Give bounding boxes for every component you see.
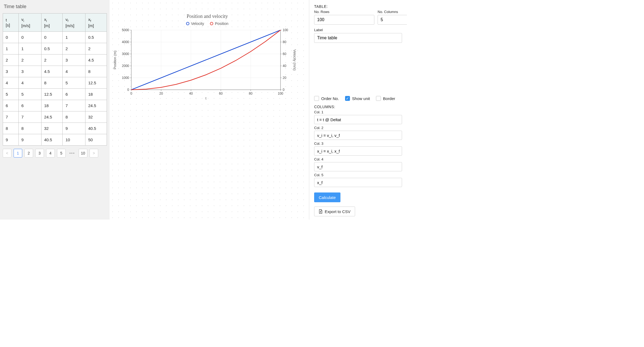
svg-text:60: 60 (283, 52, 286, 56)
table-cell: 6 (3, 100, 19, 111)
table-cell: 2 (3, 54, 19, 66)
col-def-input[interactable] (314, 131, 402, 140)
table-row: 5512.5618 (3, 89, 107, 100)
pager-page[interactable]: 1 (14, 149, 22, 158)
table-cell: 0 (3, 32, 19, 43)
legend-item-position[interactable]: Position (210, 21, 228, 26)
col-def-input[interactable] (314, 115, 402, 124)
table-cell: 12.5 (41, 89, 63, 100)
table-cell: 1 (18, 43, 41, 54)
pager-ellipsis: ••• (68, 149, 76, 158)
no-cols-input[interactable] (378, 15, 407, 25)
svg-text:1000: 1000 (122, 76, 129, 80)
table-cell: 0.5 (41, 43, 63, 54)
table-cell: 1 (3, 43, 19, 54)
table-cell: 0 (18, 32, 41, 43)
table-cell: 4 (3, 77, 19, 89)
table-cell: 1 (63, 32, 85, 43)
col-def-label: Col. 4 (314, 157, 402, 161)
pagination: < 12345 ••• 10 > (3, 149, 107, 158)
section-table-title: TABLE: (314, 4, 402, 9)
table-cell: 9 (18, 134, 41, 146)
label-input[interactable] (314, 33, 402, 43)
table-cell: 5 (63, 77, 85, 89)
table-cell: 2 (18, 54, 41, 66)
column-header: xi[m] (41, 14, 63, 32)
table-cell: 32 (41, 123, 63, 134)
table-cell: 18 (85, 89, 107, 100)
table-cell: 10 (63, 134, 85, 146)
no-cols-label: No. Columns (378, 10, 407, 14)
svg-text:40: 40 (189, 92, 193, 95)
col-def-label: Col. 2 (314, 126, 402, 130)
export-label: Export to CSV (325, 209, 350, 214)
checkbox-show-unit[interactable]: ✓ Show unit (345, 96, 370, 101)
checkbox-border[interactable]: Border (376, 96, 395, 101)
table-cell: 3 (3, 66, 19, 77)
table-cell: 50 (85, 134, 107, 146)
col-def-label: Col. 1 (314, 110, 402, 114)
table-cell: 6 (18, 100, 41, 111)
table-row: 6618724.5 (3, 100, 107, 111)
chart-legend: Velocity Position (112, 21, 302, 26)
legend-swatch-position (210, 22, 213, 25)
chart-panel: Position and velocity Velocity Position … (110, 0, 309, 220)
table-cell: 8 (3, 123, 19, 134)
table-row: 334.548 (3, 66, 107, 77)
pager-page[interactable]: 4 (46, 149, 55, 158)
table-row: 110.522 (3, 43, 107, 54)
table-row: 9940.51050 (3, 134, 107, 146)
controls-panel: TABLE: No. Rows No. Columns No. Rows pag… (309, 0, 407, 220)
section-columns-title: COLUMNS: (314, 105, 402, 109)
checkbox-label: Show unit (352, 96, 370, 101)
legend-label: Velocity (191, 21, 204, 26)
table-cell: 8 (41, 77, 63, 89)
label-field-label: Label (314, 28, 402, 32)
svg-text:Position (m): Position (m) (113, 50, 117, 69)
pager-prev[interactable]: < (3, 149, 11, 158)
table-cell: 6 (63, 89, 85, 100)
no-rows-input[interactable] (314, 15, 374, 25)
table-cell: 8 (63, 111, 85, 123)
legend-item-velocity[interactable]: Velocity (186, 21, 204, 26)
col-def-label: Col. 3 (314, 142, 402, 146)
svg-text:40: 40 (283, 64, 286, 68)
pager-page[interactable]: 2 (24, 149, 33, 158)
table-cell: 7 (18, 111, 41, 123)
chart-title: Position and velocity (112, 14, 302, 19)
table-cell: 8 (18, 123, 41, 134)
svg-text:20: 20 (283, 76, 286, 80)
pager-next[interactable]: > (90, 149, 98, 158)
check-icon (314, 96, 319, 101)
col-def-input[interactable] (314, 178, 402, 187)
svg-text:80: 80 (283, 40, 286, 44)
export-csv-button[interactable]: Export to CSV (314, 207, 355, 216)
column-header: vf[m/s] (63, 14, 85, 32)
column-header: xf[m] (85, 14, 107, 32)
checkbox-label: Border (383, 96, 395, 101)
calculate-button[interactable]: Calculate (314, 192, 340, 202)
column-header: t[s] (3, 14, 19, 32)
svg-text:t: t (205, 96, 206, 100)
table-cell: 2 (85, 43, 107, 54)
checkbox-order-no[interactable]: Order No. (314, 96, 339, 101)
table-cell: 5 (3, 89, 19, 100)
table-cell: 4 (18, 77, 41, 89)
svg-text:100: 100 (278, 92, 283, 95)
col-def-input[interactable] (314, 162, 402, 171)
table-title: Time table (4, 4, 107, 9)
col-def-label: Col. 5 (314, 173, 402, 177)
pager-page[interactable]: 5 (57, 149, 66, 158)
pager-last[interactable]: 10 (79, 149, 87, 158)
table-cell: 2 (41, 54, 63, 66)
table-cell: 2 (63, 43, 85, 54)
chart-svg: 0100020003000400050000204060801000204060… (112, 27, 297, 101)
col-def-input[interactable] (314, 146, 402, 156)
svg-text:Velocity (m/s): Velocity (m/s) (293, 49, 297, 70)
svg-text:80: 80 (249, 92, 253, 95)
checkbox-label: Order No. (321, 96, 339, 101)
table-cell: 18 (41, 100, 63, 111)
check-icon (376, 96, 381, 101)
pager-page[interactable]: 3 (35, 149, 44, 158)
svg-text:4000: 4000 (122, 40, 129, 44)
